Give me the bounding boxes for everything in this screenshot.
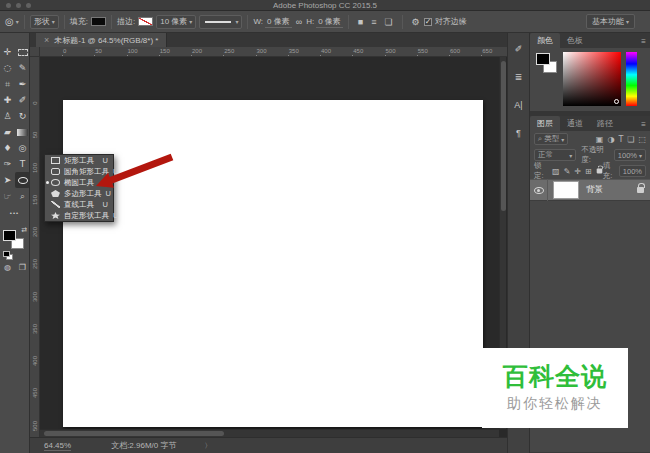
type-tool[interactable]: T bbox=[15, 156, 30, 172]
smart-object-filter-icon[interactable]: ⬚ bbox=[638, 135, 646, 144]
marquee-tool[interactable] bbox=[15, 44, 30, 60]
shape-width-field[interactable]: 0 像素 bbox=[265, 16, 292, 28]
panel-menu-icon[interactable]: ≡ bbox=[641, 120, 646, 129]
lock-paint-icon[interactable]: ✎ bbox=[564, 167, 571, 176]
paragraph-panel-icon[interactable]: ¶ bbox=[508, 121, 529, 145]
swap-colors-icon[interactable]: ⇄ bbox=[21, 226, 27, 234]
tab-channels[interactable]: 通道 bbox=[560, 116, 590, 131]
edit-toolbar-icon[interactable]: ••• bbox=[0, 210, 29, 216]
stroke-type-select[interactable]: ▾ bbox=[199, 15, 242, 29]
fill-field[interactable]: 100% bbox=[619, 165, 646, 177]
pixel-filter-icon[interactable]: ▣ bbox=[596, 135, 604, 144]
align-edges-checkbox[interactable] bbox=[424, 18, 432, 26]
tool-mode-select[interactable]: 形状 ▾ bbox=[30, 15, 59, 29]
foreground-color-swatch[interactable] bbox=[3, 230, 16, 241]
tab-color[interactable]: 颜色 bbox=[530, 33, 560, 48]
align-edges-option[interactable]: 对齐边缘 bbox=[424, 16, 467, 27]
close-tab-icon[interactable]: × bbox=[44, 35, 49, 45]
layer-visibility-toggle[interactable] bbox=[530, 179, 548, 201]
vertical-scrollbar-thumb[interactable] bbox=[501, 61, 506, 211]
default-colors-icon[interactable] bbox=[3, 251, 11, 258]
stroke-width-field[interactable]: 10 像素 ▾ bbox=[156, 15, 196, 29]
menu-item-line-tool[interactable]: 直线工具 U bbox=[45, 199, 113, 210]
shape-tool[interactable] bbox=[15, 172, 30, 188]
status-options-icon[interactable]: 〉 bbox=[205, 441, 212, 451]
layer-filter-select[interactable]: ⌕ 类型 ▾ bbox=[534, 133, 568, 145]
hue-slider[interactable] bbox=[626, 52, 637, 106]
adjustment-filter-icon[interactable]: ◑ bbox=[607, 135, 614, 144]
divider bbox=[111, 15, 112, 29]
brush-tool[interactable]: ✐ bbox=[15, 92, 30, 108]
workspace-switcher[interactable]: 基本功能 ▾ bbox=[586, 14, 635, 29]
move-tool[interactable]: ✛ bbox=[0, 44, 15, 60]
eyedropper-tool[interactable]: ✒ bbox=[15, 76, 30, 92]
pen-tool[interactable]: ✑ bbox=[0, 156, 15, 172]
saturation-brightness-field[interactable] bbox=[563, 52, 621, 106]
layers-panel-tabs: 图层通道路径 ≡ bbox=[530, 116, 650, 131]
layer-row-background[interactable]: 背景 bbox=[530, 179, 650, 201]
path-arrange-icon[interactable]: ❏ bbox=[385, 17, 393, 27]
stroke-label: 描边: bbox=[117, 16, 135, 27]
brush-panel-icon[interactable]: ✐ bbox=[508, 37, 529, 61]
layer-thumbnail[interactable] bbox=[553, 181, 579, 199]
hand-tool[interactable]: ☞ bbox=[0, 188, 15, 204]
foreground-color-swatch[interactable] bbox=[536, 53, 550, 65]
tab-layers[interactable]: 图层 bbox=[530, 116, 560, 131]
lock-artboard-icon[interactable]: ⊞ bbox=[585, 167, 592, 176]
horizontal-scrollbar[interactable] bbox=[40, 429, 499, 437]
screen-mode-icon[interactable]: ❐ bbox=[19, 263, 26, 272]
path-alignment-icon[interactable]: ≡ bbox=[371, 17, 376, 27]
document-tab-title: 未标题-1 @ 64.5%(RGB/8*) * bbox=[54, 35, 158, 46]
color-picker-marker[interactable] bbox=[614, 99, 619, 104]
tool-preset-picker[interactable]: ◎ ▾ bbox=[5, 16, 19, 27]
tab-swatches[interactable]: 色板 bbox=[560, 33, 590, 48]
height-label: H: bbox=[306, 17, 314, 26]
options-bar: ◎ ▾ 形状 ▾ 填充: 描边: 10 像素 ▾ ▾ W: 0 像素 bbox=[0, 11, 650, 33]
horizontal-ruler[interactable]: 050100150200250300350400450500550600650 bbox=[40, 47, 507, 57]
line-style-icon bbox=[205, 21, 231, 23]
shape-icon bbox=[51, 201, 60, 208]
opacity-field[interactable]: 100% ▾ bbox=[614, 149, 646, 161]
path-selection-tool[interactable]: ➤ bbox=[0, 172, 15, 188]
zoom-level-field[interactable]: 64.45% bbox=[44, 441, 71, 451]
path-operations-icon[interactable]: ■ bbox=[358, 17, 363, 27]
stroke-color-swatch[interactable] bbox=[138, 17, 153, 26]
blend-mode-select[interactable]: 正常 ▾ bbox=[534, 149, 576, 161]
color-panel-tabs: 颜色色板 ≡ bbox=[530, 33, 650, 48]
shape-height-field[interactable]: 0 像素 bbox=[316, 16, 343, 28]
clone-stamp-tool[interactable]: ♙ bbox=[0, 108, 15, 124]
history-brush-tool[interactable]: ↻ bbox=[15, 108, 30, 124]
vertical-ruler[interactable]: 050100150200250300350400450500 bbox=[30, 57, 40, 437]
blur-tool[interactable]: ♦ bbox=[0, 140, 15, 156]
zoom-tool[interactable]: ⌕ bbox=[15, 188, 30, 204]
healing-brush-tool[interactable]: ✚ bbox=[0, 92, 15, 108]
type-filter-icon[interactable]: T bbox=[618, 135, 623, 144]
menu-item-custom-shape-tool[interactable]: 自定形状工具 U bbox=[45, 210, 113, 221]
panel-menu-icon[interactable]: ≡ bbox=[641, 37, 646, 46]
character-panel-icon[interactable]: A| bbox=[508, 93, 529, 117]
menu-item-ellipse-tool[interactable]: 椭圆工具 U bbox=[45, 177, 113, 188]
lock-all-icon[interactable] bbox=[596, 167, 603, 176]
gradient-tool[interactable] bbox=[15, 124, 30, 140]
gear-icon[interactable]: ⚙ bbox=[412, 17, 420, 27]
fill-color-swatch[interactable] bbox=[91, 17, 106, 26]
layer-lock-icon bbox=[637, 186, 644, 195]
crop-tool[interactable]: ⌗ bbox=[0, 76, 15, 92]
horizontal-scrollbar-thumb[interactable] bbox=[44, 431, 224, 436]
canvas[interactable] bbox=[63, 100, 483, 427]
menu-item-polygon-tool[interactable]: 多边形工具 U bbox=[45, 188, 113, 199]
lock-transparent-icon[interactable]: ▨ bbox=[552, 167, 560, 176]
document-tab[interactable]: × 未标题-1 @ 64.5%(RGB/8*) * bbox=[36, 33, 167, 47]
dodge-tool[interactable]: ◎ bbox=[15, 140, 30, 156]
shape-filter-icon[interactable]: ❏ bbox=[627, 135, 634, 144]
lasso-tool[interactable]: ◌ bbox=[0, 60, 15, 76]
quick-mask-icon[interactable]: ◍ bbox=[4, 263, 11, 272]
properties-panel-icon[interactable]: ≣ bbox=[508, 65, 529, 89]
lock-position-icon[interactable]: ✛ bbox=[574, 167, 581, 176]
menu-item-rounded-rectangle-tool[interactable]: 圆角矩形工具 U bbox=[45, 166, 113, 177]
tab-paths[interactable]: 路径 bbox=[590, 116, 620, 131]
eraser-tool[interactable]: ▰ bbox=[0, 124, 15, 140]
quick-selection-tool[interactable]: ✎ bbox=[15, 60, 30, 76]
link-dimensions-icon[interactable]: ∞ bbox=[296, 17, 302, 27]
menu-item-rectangle-tool[interactable]: 矩形工具 U bbox=[45, 155, 113, 166]
